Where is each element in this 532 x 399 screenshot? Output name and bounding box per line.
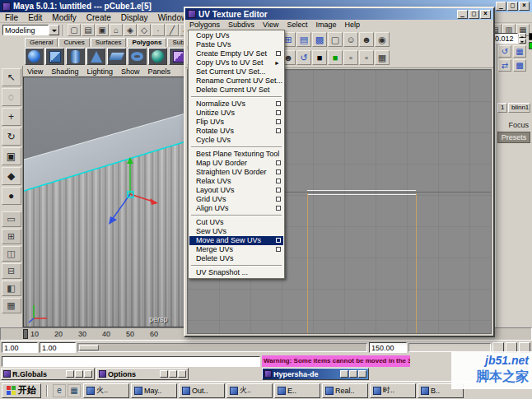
new-scene-icon[interactable]: ▢: [68, 24, 81, 36]
menu-item[interactable]: [191, 96, 282, 98]
dashed-box-icon[interactable]: ▫: [343, 50, 358, 65]
show-manipulator-tool[interactable]: ◆: [2, 167, 21, 185]
poly-sphere-icon[interactable]: [25, 48, 44, 65]
menu-item[interactable]: Flip UVs: [189, 118, 283, 127]
option-box-icon[interactable]: [276, 169, 281, 174]
panel-menu-item[interactable]: Show: [117, 67, 144, 77]
minimize-icon[interactable]: [340, 370, 348, 378]
option-box-icon[interactable]: [276, 197, 281, 202]
menu-item[interactable]: Delete Current UV Set: [189, 86, 283, 95]
scale-tool[interactable]: ▣: [2, 147, 21, 165]
option-box-icon[interactable]: [276, 206, 281, 211]
option-box-icon[interactable]: [276, 179, 281, 183]
maximize-icon[interactable]: [75, 370, 83, 378]
taskbar-button[interactable]: 火..: [226, 383, 273, 398]
minimize-icon[interactable]: _: [496, 2, 506, 11]
menu-item[interactable]: Rename Current UV Set...: [189, 77, 283, 86]
command-input[interactable]: [2, 356, 260, 367]
minimize-icon[interactable]: [160, 370, 168, 378]
current-tool[interactable]: ●: [2, 187, 21, 205]
attribute-tab[interactable]: blinn1: [508, 103, 530, 113]
layout-uvs-icon[interactable]: ▤: [296, 32, 311, 47]
snap-uvs-icon[interactable]: ▩: [312, 32, 327, 47]
lasso-tool[interactable]: ◌: [2, 88, 21, 106]
option-box-icon[interactable]: [276, 101, 281, 106]
spinner-down-icon[interactable]: [519, 39, 526, 44]
option-box-icon[interactable]: [276, 51, 281, 56]
close-icon[interactable]: ×: [519, 2, 530, 11]
range-start-field[interactable]: 1.00: [2, 342, 38, 353]
focus-button[interactable]: Focus: [497, 121, 530, 129]
menu-item[interactable]: Select: [282, 20, 311, 30]
menu-item[interactable]: Set Current UV Set...: [189, 67, 283, 77]
lattice-pane-icon[interactable]: ▩: [513, 59, 526, 72]
menu-item[interactable]: Delete UVs: [189, 254, 283, 263]
option-box-icon[interactable]: [276, 247, 281, 252]
menu-item[interactable]: Display: [116, 12, 153, 23]
show-desktop-icon[interactable]: ▦: [68, 384, 81, 397]
taskbar-button[interactable]: Real..: [322, 383, 368, 398]
panel-menu-item[interactable]: View: [23, 67, 47, 77]
option-box-icon[interactable]: [276, 128, 281, 133]
minimize-icon[interactable]: _: [457, 10, 468, 19]
rotate-tool[interactable]: ↻: [2, 128, 21, 146]
value-input[interactable]: 0.012: [492, 33, 518, 44]
swatch-black-icon[interactable]: [529, 33, 532, 40]
start-button[interactable]: 开始: [2, 383, 41, 398]
menu-item[interactable]: Copy UVs: [189, 31, 283, 40]
mask-curves-icon[interactable]: ╱: [166, 24, 179, 36]
swap-pane-icon[interactable]: ⇄: [498, 59, 511, 72]
move-tool[interactable]: +: [2, 108, 21, 126]
menu-item[interactable]: Relax UVs: [189, 177, 283, 186]
attribute-tab[interactable]: 1: [497, 103, 507, 113]
uv-editor-title-bar[interactable]: UV Texture Editor _□×: [185, 8, 493, 20]
minimized-window[interactable]: R.Globals: [1, 368, 95, 380]
layout-graph-icon[interactable]: ▦: [2, 298, 21, 313]
shelf-tab[interactable]: Curves: [58, 38, 89, 47]
playback-end-field[interactable]: 150.00: [369, 342, 407, 353]
shelf-tab[interactable]: Surfaces: [91, 38, 127, 47]
menu-item[interactable]: Straighten UV Border: [189, 168, 283, 177]
close-icon[interactable]: ×: [480, 10, 491, 19]
menu-item[interactable]: Help: [340, 20, 364, 30]
minimize-icon[interactable]: [66, 370, 74, 378]
menu-item[interactable]: Create Empty UV Set: [189, 49, 283, 58]
menu-item[interactable]: [191, 215, 282, 216]
select-tool[interactable]: ↖: [2, 68, 21, 86]
menu-item[interactable]: Sew UVs: [189, 227, 283, 236]
taskbar-button[interactable]: May..: [131, 383, 177, 398]
mode-selector[interactable]: Modeling: [2, 25, 59, 35]
menu-item[interactable]: [191, 265, 282, 267]
menu-item[interactable]: Best Plane Texturing Tool: [189, 150, 283, 159]
menu-item[interactable]: Grid UVs: [189, 195, 283, 204]
panel-menu-item[interactable]: Shading: [47, 67, 82, 77]
menu-item[interactable]: View: [259, 20, 282, 30]
option-box-icon[interactable]: [276, 110, 281, 115]
menu-item[interactable]: Align UVs: [189, 204, 283, 213]
presets-button[interactable]: Presets: [497, 132, 530, 143]
menu-item[interactable]: Rotate UVs: [189, 127, 283, 136]
select-object-icon[interactable]: ◈: [124, 24, 137, 36]
range-slider[interactable]: [77, 343, 367, 352]
shelf-tab[interactable]: Polygons: [127, 38, 166, 47]
panel-menu-item[interactable]: Panels: [143, 67, 175, 77]
menu-item[interactable]: Polygons: [185, 20, 224, 30]
option-box-icon[interactable]: [276, 188, 281, 193]
menu-item[interactable]: Map UV Border: [189, 159, 283, 168]
move-manipulator[interactable]: [102, 155, 160, 231]
close-icon[interactable]: [84, 370, 92, 378]
maximize-icon[interactable]: □: [507, 2, 518, 11]
layout-single-icon[interactable]: ▭: [2, 211, 21, 227]
spinner-up-icon[interactable]: [519, 33, 526, 38]
swatch-black-icon[interactable]: ■: [312, 50, 327, 65]
option-box-icon[interactable]: [276, 160, 281, 165]
menu-item[interactable]: Unitize UVs: [189, 109, 283, 118]
layout-four-view-icon[interactable]: ⊞: [2, 229, 21, 244]
taskbar-button[interactable]: E..: [274, 383, 320, 398]
poly-cylinder-icon[interactable]: [66, 48, 85, 65]
subdiv-sphere-icon[interactable]: [148, 48, 167, 65]
cycle-display-icon[interactable]: ↺: [296, 50, 311, 65]
chevron-down-icon[interactable]: [49, 25, 59, 35]
toggle-border-icon[interactable]: ◉: [375, 32, 390, 47]
taskbar-button[interactable]: 火..: [83, 383, 129, 398]
